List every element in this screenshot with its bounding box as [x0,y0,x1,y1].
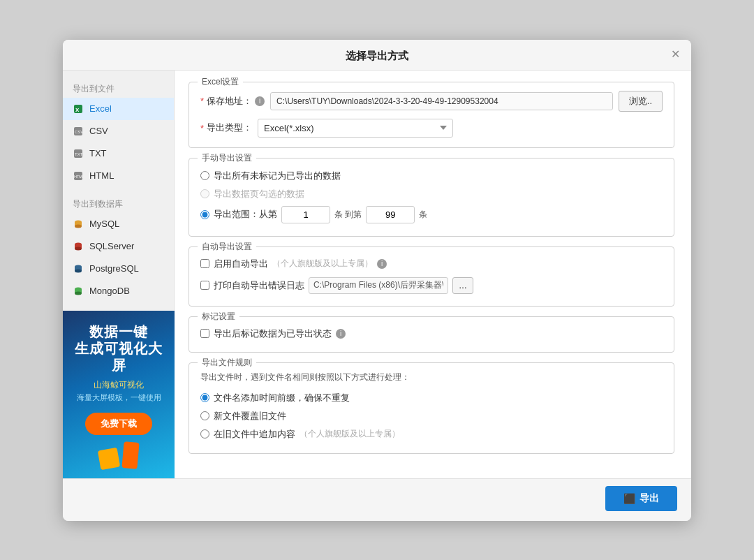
save-path-info-icon[interactable]: i [255,96,265,106]
dialog-title-bar: 选择导出方式 ✕ [63,40,691,71]
sidebar-item-html-label: HTML [89,170,114,181]
manual-option1-radio[interactable] [200,171,209,180]
txt-icon: TXT [73,148,84,159]
file-rule-option3-radio[interactable] [200,429,209,439]
browse-button[interactable]: 浏览.. [619,91,663,112]
sidebar-item-mysql-label: MySQL [89,219,119,229]
auto-export-option2-label: 打印自动导出错误日志 [214,279,304,292]
required-star-2: * [200,123,204,133]
svg-text:HTML: HTML [74,175,83,179]
sidebar-item-txt[interactable]: TXT TXT [63,142,174,165]
ad-cube1 [98,447,120,469]
auto-export-option1-suffix: （个人旗舰版及以上专属） [272,258,373,270]
auto-export-option1-label: 启用自动导出 [214,258,268,270]
csv-icon: CSV [73,126,84,137]
sidebar-item-mongodb[interactable]: MongoDB [63,280,174,302]
auto-export-legend: 自动导出设置 [198,241,256,253]
sidebar-item-html[interactable]: HTML HTML [63,165,174,187]
excel-settings-legend: Excel设置 [198,76,243,88]
postgresql-icon [73,263,84,274]
ad-cube2 [121,441,139,469]
svg-point-10 [75,224,82,228]
log-path-input[interactable] [309,277,448,294]
file-rule-option1-row[interactable]: 文件名添加时间前缀，确保不重复 [200,392,663,404]
close-button[interactable]: ✕ [671,49,680,60]
sidebar-item-excel[interactable]: X Excel [63,98,174,120]
sidebar-item-mysql[interactable]: MySQL [63,213,174,235]
dialog-backdrop: 选择导出方式 ✕ 导出到文件 X Excel CSV [0,0,754,560]
ad-download-button[interactable]: 免费下载 [85,413,152,435]
range-to-input[interactable] [366,206,415,223]
required-star-1: * [200,96,204,106]
footer-bar: ⬛ 导出 [63,478,691,521]
range-from-input[interactable] [281,206,330,223]
export-button-label: 导出 [640,492,659,505]
export-type-select[interactable]: Excel(*.xlsx) Excel(*.xls) [258,119,453,138]
file-rule-option2-radio[interactable] [200,411,209,420]
file-rules-radio-group: 文件名添加时间前缀，确保不重复 新文件覆盖旧文件 在旧文件中追加内容 （个人旗舰… [200,389,663,443]
file-rule-option2-row[interactable]: 新文件覆盖旧文件 [200,410,663,422]
dialog-title: 选择导出方式 [346,50,408,63]
sidebar-db-section-label: 导出到数据库 [63,194,174,213]
mark-info-icon[interactable]: i [336,329,346,339]
svg-point-13 [75,246,82,250]
svg-text:CSV: CSV [75,130,83,134]
sidebar-item-txt-label: TXT [89,148,107,159]
mongodb-icon [73,286,84,297]
manual-option1-label: 导出所有未标记为已导出的数据 [214,170,341,182]
file-rule-option3-label: 在旧文件中追加内容 [214,428,295,441]
range-to-unit: 条 [419,209,427,221]
sidebar: 导出到文件 X Excel CSV CSV [63,71,175,478]
save-path-label: * 保存地址： i [200,95,265,108]
mysql-icon [73,219,84,230]
mark-settings-section: 标记设置 导出后标记数据为已导出状态 i [188,316,674,353]
auto-export-option2-checkbox[interactable] [200,281,209,290]
log-path-ellipsis-button[interactable]: … [452,277,473,294]
main-content: Excel设置 * 保存地址： i 浏览.. * 导出类型： [175,71,691,478]
manual-export-section: 手动导出设置 导出所有未标记为已导出的数据 导出数据页勾选的数据 [188,158,674,237]
file-rule-option3-suffix: （个人旗舰版及以上专属） [300,428,400,440]
manual-option3-label: 导出范围：从第 [214,208,277,221]
excel-icon: X [73,103,84,115]
sqlserver-icon [73,241,84,252]
save-path-input[interactable] [270,92,613,110]
auto-export-info-icon[interactable]: i [377,259,387,269]
manual-option1-row[interactable]: 导出所有未标记为已导出的数据 [200,170,663,182]
manual-option3-label-row[interactable]: 导出范围：从第 [200,208,277,221]
svg-text:TXT: TXT [75,152,83,156]
export-type-row: * 导出类型： Excel(*.xlsx) Excel(*.xls) [200,119,663,138]
dialog-body: 导出到文件 X Excel CSV CSV [63,71,691,478]
ad-decoration [99,442,138,469]
file-rule-option2-label: 新文件覆盖旧文件 [214,410,286,422]
svg-point-16 [75,269,82,272]
auto-export-option2-row[interactable]: 打印自动导出错误日志 … [200,275,663,296]
sidebar-item-csv[interactable]: CSV CSV [63,120,174,142]
mark-option1-checkbox[interactable] [200,329,209,338]
auto-export-option1-row[interactable]: 启用自动导出 （个人旗舰版及以上专属） i [200,256,663,272]
file-rule-option1-radio[interactable] [200,393,209,402]
ad-subtitle: 山海鲸可视化 [94,379,144,391]
ad-subtitle2: 海量大屏模板，一键使用 [77,392,161,403]
sidebar-file-section-label: 导出到文件 [63,79,174,98]
manual-option2-label: 导出数据页勾选的数据 [214,188,304,200]
file-rule-option3-row[interactable]: 在旧文件中追加内容 （个人旗舰版及以上专属） [200,428,663,441]
manual-export-radio-group: 导出所有未标记为已导出的数据 导出数据页勾选的数据 导出范围：从第 [200,167,663,226]
sidebar-item-excel-label: Excel [89,103,112,114]
export-icon: ⬛ [623,493,635,504]
dialog: 选择导出方式 ✕ 导出到文件 X Excel CSV [63,40,691,521]
manual-option2-row[interactable]: 导出数据页勾选的数据 [200,188,663,200]
svg-point-19 [75,291,82,295]
sidebar-item-sqlserver[interactable]: SQLServer [63,235,174,258]
excel-settings-section: Excel设置 * 保存地址： i 浏览.. * 导出类型： [188,82,674,148]
auto-export-option1-checkbox[interactable] [200,259,209,268]
save-path-row: * 保存地址： i 浏览.. [200,91,663,112]
file-rule-option1-label: 文件名添加时间前缀，确保不重复 [214,392,350,404]
sidebar-item-postgresql[interactable]: PostgreSQL [63,258,174,280]
mark-option1-row[interactable]: 导出后标记数据为已导出状态 i [200,325,663,342]
manual-export-legend: 手动导出设置 [198,152,256,164]
export-button[interactable]: ⬛ 导出 [605,486,677,511]
export-type-label: * 导出类型： [200,121,252,134]
manual-option3-radio[interactable] [200,210,209,219]
mark-option1-label: 导出后标记数据为已导出状态 [214,327,332,340]
ad-title-main: 数据一键生成可视化大屏 [70,323,168,374]
